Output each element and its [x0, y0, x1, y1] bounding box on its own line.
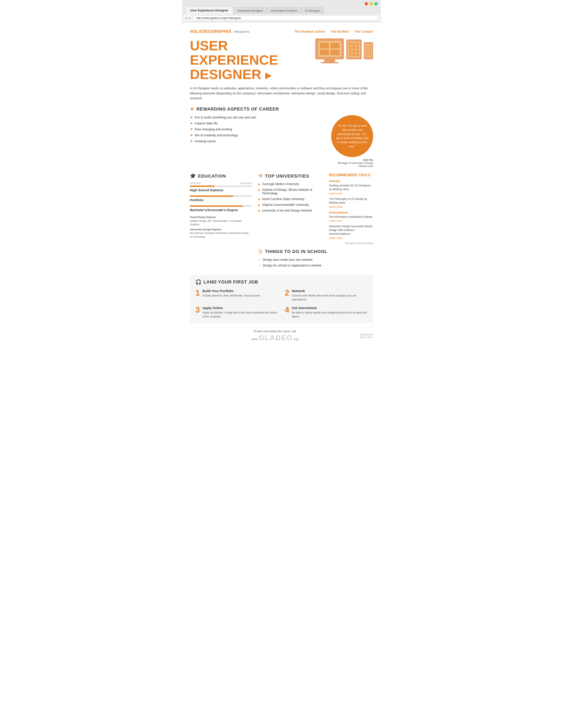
learn-more-assoc-link[interactable]: Learn more: [329, 219, 373, 222]
job-step: 2 Network Connect with friends who work …: [285, 289, 368, 302]
jobs-section: 🎧 LAND YOUR FIRST JOB 1 Build Your Portf…: [190, 275, 373, 323]
associations-title: Associations: [329, 211, 373, 214]
job-desc: Include sketches, flow, wireframes, fina…: [202, 294, 260, 298]
job-title: Get Interviewed: [292, 306, 368, 310]
persona-builder[interactable]: The Builder: [331, 30, 349, 33]
back-button[interactable]: ◄: [185, 17, 188, 20]
articles-title: Articles: [329, 179, 373, 183]
university-item: ▶University of Art and Design Helsinki: [258, 209, 325, 212]
job-desc: Be able to clearly explain your design p…: [292, 311, 368, 319]
window-minimize[interactable]: [370, 2, 373, 5]
rewarding-list: ★Fun to build something you can see and …: [190, 115, 327, 168]
tab-interaction-designer[interactable]: Interaction Designer: [233, 7, 267, 14]
learn-more-assoc-link[interactable]: Learn more: [329, 236, 373, 240]
education-section: 🎓 EDUCATION OPTIONAL REQUIRED High Schoo…: [190, 173, 252, 269]
address-bar[interactable]: http://www.gladeox.org/UXdesigner: [194, 15, 378, 21]
job-title: Network: [292, 289, 368, 293]
star-icon: ★: [190, 133, 193, 137]
tools-title: RECOMMENDED TOOLS: [329, 173, 373, 177]
edu-labels: OPTIONAL REQUIRED: [190, 182, 252, 185]
tri-icon: ▶: [258, 188, 260, 191]
university-item: ▶Institute of Design, Illinois Institute…: [258, 188, 325, 195]
degree-types: Visual Design Degrees Graphic Design, Ar…: [190, 215, 252, 238]
jobs-title: LAND YOUR FIRST JOB: [203, 280, 258, 285]
headphone-icon: 🎧: [195, 279, 201, 285]
learn-more-link[interactable]: Learn more: [329, 192, 373, 195]
graduation-icon: 🎓: [190, 173, 196, 179]
persona-problem-solver[interactable]: The Problem Solver: [294, 30, 325, 33]
www-text: www.: [251, 337, 258, 341]
job-number: 1: [195, 289, 200, 297]
learn-more-link[interactable]: Learn more: [329, 205, 373, 208]
window-close[interactable]: [365, 2, 368, 5]
quote-bubble: "It's fun. You get to work with creative…: [331, 115, 373, 157]
edu-item-portfolio: Portfolio: [190, 195, 252, 202]
brought-by: Brought to you by Gladeo: [329, 242, 373, 244]
things-title: THINGS TO DO IN SCHOOL: [265, 249, 328, 254]
org-text: .org: [293, 337, 298, 341]
edu-item-degree: Bachelor's/Associate's Degree: [190, 205, 252, 212]
universities-title: TOP UNIVERSITIES: [265, 174, 309, 179]
tri-icon: ▶: [258, 198, 260, 201]
forward-button[interactable]: ►: [189, 17, 192, 20]
designed-by: Designed by Danny Shin: [360, 333, 373, 338]
job-step: 3 Apply Online Apply via jobsites. A hug…: [195, 306, 278, 319]
tri-icon: ▶: [258, 209, 260, 212]
window-maximize[interactable]: [375, 2, 378, 5]
university-item: ▶Virginia Commonwealth University: [258, 203, 325, 206]
check-icon: ✓: [258, 258, 261, 261]
hero-devices: [315, 38, 373, 63]
visit-text: To learn more about this career, visit: [251, 330, 298, 333]
job-step: 1 Build Your Portfolio Include sketches,…: [195, 289, 278, 302]
universities-section: ⚒ TOP UNIVERSITIES ▶Carnegie Mellon Univ…: [258, 173, 325, 244]
university-item: ▶North Carolina State University: [258, 197, 325, 201]
things-section: ☰ THINGS TO DO IN SCHOOL ✓Design and cre…: [258, 249, 373, 267]
job-number: 2: [285, 289, 289, 297]
job-desc: Connect with friends who work at the com…: [292, 294, 368, 302]
footer: To learn more about this career, visit w…: [190, 327, 373, 342]
persona-links: The Problem Solver The Builder The Creat…: [294, 30, 373, 33]
persona-creator[interactable]: The Creator: [355, 30, 373, 33]
list-icon: ☰: [258, 249, 263, 255]
education-title: EDUCATION: [198, 174, 226, 179]
association-item: Interaction Design Association Books Des…: [329, 225, 373, 239]
job-title: Build Your Portfolio: [202, 289, 260, 293]
quote-attribution: Ann Ku Manager of Interaction Design Hot…: [338, 158, 373, 168]
hero-title: USER EXPERIENCE DESIGNER ▶: [190, 38, 315, 81]
job-desc: Apply via jobsites. A huge plus if you k…: [202, 311, 278, 319]
tools-section: RECOMMENDED TOOLS Articles Guiding princ…: [329, 173, 373, 244]
job-step: 4 Get Interviewed Be able to clearly exp…: [285, 306, 368, 319]
things-item: ✓Design and create your own website: [258, 258, 373, 261]
rewarding-item: ★Fun to build something you can see and …: [190, 115, 327, 119]
star-icon: ★: [190, 127, 193, 131]
tab-ux-designer[interactable]: User Experience Designer: [185, 7, 233, 14]
star-section-icon: ★: [190, 106, 194, 112]
things-item: ✓Design for school or organization's web…: [258, 264, 373, 267]
rewarding-item: ★Growing career: [190, 139, 327, 143]
job-number: 3: [195, 306, 200, 314]
job-title: Apply Online: [202, 306, 278, 310]
mortar-icon: ⚒: [258, 173, 263, 179]
brand-hashtag: #GLADEOGRAPHIX PRESENTS: [190, 29, 249, 34]
star-icon: ★: [190, 139, 193, 143]
tab-information-architect[interactable]: Information Architect: [267, 7, 301, 14]
gladeo-logo: GLADEO: [259, 334, 293, 342]
rewarding-item: ★Impacts daily life: [190, 121, 327, 125]
tab-ui-designer[interactable]: UI Designer: [301, 7, 324, 14]
description-text: A UX Designer works on websites, applica…: [190, 86, 373, 101]
check-icon: ✓: [258, 264, 261, 267]
rewarding-section-title: REWARDING ASPECTS OF CAREER: [196, 107, 279, 112]
rewarding-item: ★Mix of creativity and technology: [190, 133, 327, 137]
job-number: 4: [285, 306, 289, 314]
star-icon: ★: [190, 115, 193, 119]
edu-item-diploma: High School Diploma: [190, 186, 252, 192]
tri-icon: ▶: [258, 203, 260, 206]
article-item: The Philosophy of UX Design by Whitney H…: [329, 197, 373, 208]
tri-icon: ▶: [258, 183, 260, 186]
quote-text: "It's fun. You get to work with creative…: [336, 124, 369, 149]
article-item: Guiding principles for UX Designers by W…: [329, 184, 373, 195]
star-icon: ★: [190, 121, 193, 125]
university-item: ▶Carnegie Mellon University: [258, 182, 325, 186]
rewarding-item: ★Ever-changing and exciting: [190, 127, 327, 131]
association-item: The Information Architecture InstituteLe…: [329, 215, 373, 223]
